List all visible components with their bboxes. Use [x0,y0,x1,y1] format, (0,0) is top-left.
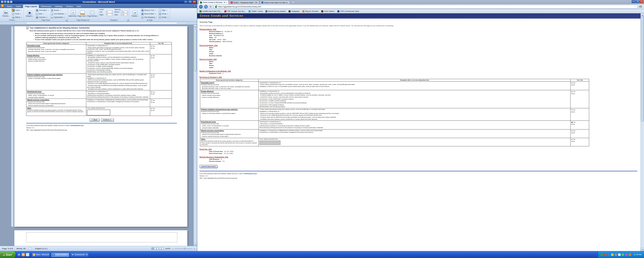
radio-option-yes[interactable]: Yes [151,108,171,109]
tray-alert-icon[interactable] [604,253,607,256]
office-button[interactable] [1,4,4,8]
radio-option-no[interactable]: No [151,102,171,103]
dialog-launcher-icon[interactable]: ◢ [66,19,67,21]
section-edit-link-responses[interactable]: Responses to Question 4 - Edit [199,76,222,78]
scrollbar-thumb[interactable] [641,16,644,122]
close-button[interactable]: × [640,0,643,3]
themes-button[interactable]: Aa Themes▼ [1,9,11,19]
radio-yes-icon[interactable] [151,100,152,101]
redo-icon[interactable]: ↷ [10,1,12,3]
tray-messenger-icon[interactable] [629,253,631,256]
radio-option-no[interactable]: No [151,93,171,95]
orientation-button[interactable]: ▤Orientation▼ [35,9,50,12]
radio-option-yes[interactable]: Yes [571,91,588,92]
hyphenation-button[interactable]: a-Hyphenation▼ [50,16,66,19]
tray-antivirus-icon[interactable] [622,253,624,256]
breaks-button[interactable]: ⊟Breaks▼ [50,9,66,12]
describe-textarea[interactable] [259,141,280,145]
continue-button[interactable]: Continue► [101,118,114,122]
ie-quicklaunch-icon[interactable]: e [17,253,21,256]
bookmark-item-7[interactable]: Citi® Commercial Cards [337,10,359,12]
ribbon-tab-references[interactable]: References [39,5,53,8]
rotate-button[interactable]: ⟳Rotate▼ [158,16,169,19]
show-desktop-icon[interactable] [26,253,29,256]
forward-icon[interactable]: → [204,5,208,9]
save-icon[interactable]: ▦ [4,1,6,3]
radio-option-no[interactable]: No [571,93,588,95]
section-edit-link[interactable]: Physical Address - Edit [199,28,216,30]
send-to-back-button[interactable]: ▧Send to Back▼ [141,12,157,15]
ribbon-tab-view[interactable]: View [75,5,83,8]
section-edit-link[interactable]: Worksite Revenue or Employment - Edit [199,156,228,158]
bookmark-item-3[interactable]: Brandt Survey System [265,10,286,12]
radio-no-icon[interactable] [151,102,152,103]
tray-volume-icon[interactable] [615,253,617,256]
tab-close-icon[interactable]: × [226,1,227,4]
browser-tab-1[interactable]: RUSH - "Headlong Flight" - Of... [229,1,259,4]
radio-option-no[interactable]: No [151,57,171,58]
bring-to-front-button[interactable]: ▨Bring to Front▼ [141,9,157,12]
columns-button[interactable]: ▥Columns▼ [35,16,50,19]
close-button[interactable]: × [192,1,196,3]
spacing-after-input[interactable]: 0 pt▲▼ [121,13,128,16]
bookmark-star-icon[interactable]: ☆ [634,6,636,8]
group-button[interactable]: ⧉Group▼ [158,12,169,15]
address-bar[interactable]: https://ggsdatat.bls.gov/GGS/showSummary… [214,5,638,9]
undo-icon[interactable]: ↶ [7,1,9,3]
zoom-slider-thumb[interactable] [184,248,185,249]
align-button[interactable]: ≡Align▼ [158,9,169,12]
zoom-slider[interactable] [175,248,192,249]
radio-no-icon[interactable] [571,93,573,94]
radio-option-yes[interactable]: Yes [151,74,171,76]
radio-no-icon[interactable] [151,57,152,58]
maximize-button[interactable]: ❐ [636,0,639,3]
word-count[interactable]: Words: 49 [16,247,25,250]
page-color-button[interactable]: Page Color▼ [78,9,87,19]
radio-no-icon[interactable] [571,132,573,134]
size-button[interactable]: ▭Size▼ [35,12,50,15]
new-tab-button[interactable] [291,1,295,4]
scroll-down-icon[interactable]: ▼ [641,248,644,251]
zoom-in-icon[interactable]: + [194,247,195,250]
scroll-down-icon[interactable]: ▼ [194,243,197,246]
ribbon-tab-mailings[interactable]: Mailings [53,5,64,8]
radio-no-icon[interactable] [571,84,573,86]
scrollbar-thumb[interactable] [194,29,197,72]
submit-button[interactable]: Submit Data to BLS [199,165,217,168]
dialog-launcher-icon[interactable]: ◢ [127,19,129,21]
radio-option-yes[interactable]: Yes [571,109,588,111]
text-wrapping-button[interactable]: ≋Text Wrapping▼ [141,16,157,19]
back-icon[interactable]: ← [199,5,203,9]
ribbon-tab-insert[interactable]: Insert [14,5,23,8]
bookmark-item-1[interactable]: TSP: Access Your Acc... [224,10,246,12]
start-button[interactable]: Start [0,251,16,258]
radio-no-icon[interactable] [571,141,573,142]
zoom-out-icon[interactable]: − [172,247,173,250]
radio-option-yes[interactable]: Yes [571,121,588,123]
section-edit-link[interactable]: Person Completing - Edit [199,45,218,46]
browser-tab-2[interactable]: Diego's Hair Salon For Men & ... [260,1,290,4]
section-edit-link[interactable]: Person to Contact - Edit [199,58,217,60]
radio-yes-icon[interactable] [151,55,152,56]
radio-option-no[interactable]: No [571,141,588,142]
radio-no-icon[interactable] [151,76,152,78]
radio-option-no[interactable]: No [571,123,588,125]
position-button[interactable]: ▱ Position▼ [130,9,140,19]
radio-option-yes[interactable]: Yes [151,91,171,93]
section-edit-link[interactable]: Fiscal Year - Edit [199,148,212,150]
ribbon-tab-page-layout[interactable]: Page Layout [23,5,39,8]
watermark-button[interactable]: A Watermark▼ [69,9,77,19]
zoom-level[interactable]: 110% [165,247,170,250]
margins-button[interactable]: ▣ Margins▼ [25,9,34,19]
minimize-button[interactable]: ─ [184,1,188,3]
tray-app-icon[interactable] [625,253,628,256]
radio-option-yes[interactable]: Yes [151,100,171,101]
bookmark-item-6[interactable]: Union Station [321,10,335,12]
taskbar-button-green-goods-servic[interactable]: eGreen Goods & Servic... [51,252,69,257]
radio-yes-icon[interactable] [571,91,573,92]
indent-right-input[interactable]: 0"▲▼ [106,13,113,16]
indent-left-input[interactable]: 0"▲▼ [106,11,113,13]
radio-option-yes[interactable]: Yes [571,139,588,140]
theme-effects-button[interactable]: ◎Effects▼ [11,16,23,19]
bookmark-item-2[interactable]: Twitter / Home [249,10,263,12]
